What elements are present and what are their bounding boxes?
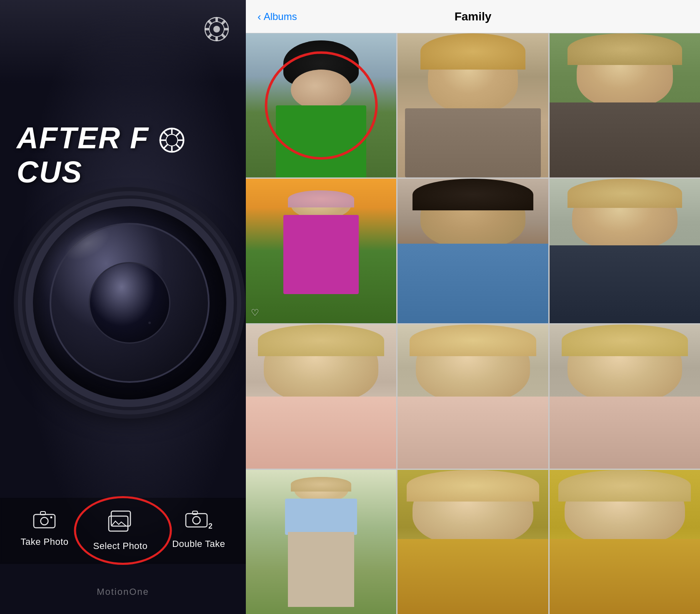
aperture-icon bbox=[158, 127, 185, 154]
take-photo-icon bbox=[33, 510, 56, 531]
action-bar: Take Photo Select Photo bbox=[0, 498, 246, 564]
watermark: MotionOne bbox=[0, 587, 246, 597]
photo-cell-9[interactable] bbox=[550, 324, 700, 469]
app-title: AFTER F CUS bbox=[17, 121, 229, 189]
svg-point-22 bbox=[50, 517, 52, 519]
nav-bar: ‹ Albums Family bbox=[246, 0, 700, 33]
photo-cell-11[interactable] bbox=[398, 470, 548, 614]
heart-icon-4: ♡ bbox=[251, 307, 259, 318]
camera-lens bbox=[25, 199, 242, 415]
double-take-icon: 2 bbox=[185, 510, 212, 533]
svg-rect-2 bbox=[215, 17, 218, 22]
right-panel: ‹ Albums Family bbox=[246, 0, 700, 614]
select-photo-label: Select Photo bbox=[93, 541, 148, 552]
photo-cell-8[interactable] bbox=[398, 324, 548, 469]
photo-cell-2[interactable] bbox=[398, 33, 548, 177]
photo-cell-1[interactable] bbox=[246, 33, 396, 177]
select-photo-icon bbox=[108, 510, 133, 535]
nav-title: Family bbox=[455, 10, 492, 23]
photo-cell-7[interactable] bbox=[246, 324, 396, 469]
select-photo-button[interactable]: Select Photo bbox=[89, 510, 152, 552]
settings-button[interactable] bbox=[204, 17, 229, 42]
svg-rect-6 bbox=[215, 37, 218, 41]
take-photo-label: Take Photo bbox=[20, 537, 68, 547]
back-chevron-icon: ‹ bbox=[258, 11, 261, 22]
gear-icon bbox=[204, 17, 229, 42]
double-take-button[interactable]: 2 Double Take bbox=[168, 510, 229, 549]
back-label: Albums bbox=[264, 11, 297, 22]
photo-cell-3[interactable] bbox=[550, 33, 700, 177]
photo-cell-12[interactable] bbox=[550, 470, 700, 614]
photo-grid: ♡ bbox=[246, 33, 700, 614]
svg-point-26 bbox=[193, 517, 200, 524]
svg-rect-19 bbox=[34, 514, 55, 528]
photo-cell-4[interactable]: ♡ bbox=[246, 179, 396, 323]
back-button[interactable]: ‹ Albums bbox=[258, 11, 297, 22]
left-panel: AFTER F CUS bbox=[0, 0, 246, 614]
svg-point-10 bbox=[213, 26, 220, 32]
take-photo-button[interactable]: Take Photo bbox=[16, 510, 72, 547]
photo-cell-6[interactable] bbox=[550, 179, 700, 323]
svg-rect-8 bbox=[205, 28, 209, 30]
double-take-label: Double Take bbox=[172, 539, 225, 549]
svg-rect-25 bbox=[186, 514, 207, 527]
svg-text:2: 2 bbox=[208, 522, 212, 530]
photo-cell-5[interactable] bbox=[398, 179, 548, 323]
svg-rect-4 bbox=[224, 28, 228, 30]
photo-cell-10[interactable] bbox=[246, 470, 396, 614]
svg-point-20 bbox=[41, 517, 48, 525]
app-title-area: AFTER F CUS bbox=[17, 121, 229, 189]
